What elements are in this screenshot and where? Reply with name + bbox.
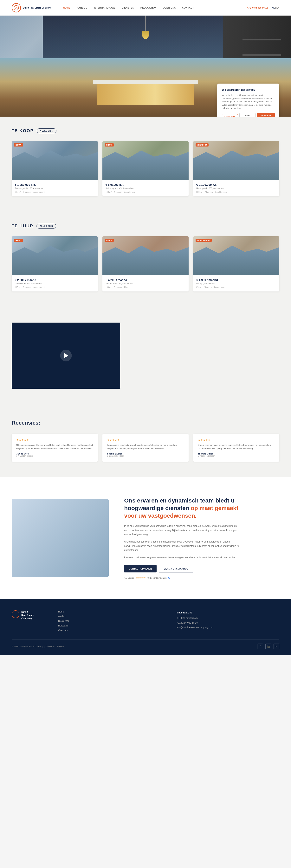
cookie-customize-button[interactable]: Customize: [222, 114, 238, 117]
footer-privacy-link[interactable]: Privacy: [57, 646, 64, 648]
koop-card-3: Verkocht € 2.100.000 k.k. Herengracht 20…: [193, 141, 279, 196]
huur-card-1-info: € 2.800 / maand Vondelstraat 88, Amsterd…: [12, 275, 98, 291]
logo[interactable]: Dutch Real Estate Company: [12, 3, 51, 12]
cookie-decline-button[interactable]: Alles afwijzen: [240, 113, 256, 117]
huur-card-2-badge: Nieuw: [105, 239, 114, 242]
video-play-button[interactable]: [60, 350, 72, 362]
about-buttons: CONTACT OPNEMEN BEKIJK ONS AANBOD: [124, 565, 241, 572]
te-koop-title: TE KOOP: [12, 128, 34, 133]
nav-diensten[interactable]: DIENSTEN: [122, 6, 134, 9]
about-image: [12, 499, 109, 577]
phone-link[interactable]: +31 (0)85 080 66 18: [247, 6, 268, 9]
nav-contact[interactable]: CONTACT: [182, 6, 194, 9]
koop-card-3-rooms: 7 kamers: [205, 191, 213, 193]
cookie-banner: Wij waarderen uw privacy We gebruiken co…: [217, 84, 279, 117]
koop-card-2-size: 140 m²: [106, 191, 112, 193]
koop-card-2-type: Appartement: [124, 191, 135, 193]
cookie-accept-button[interactable]: Accepteer alles: [257, 113, 275, 117]
reviews-title: Recensies:: [12, 420, 279, 426]
te-huur-title: TE HUUR: [12, 223, 33, 228]
huur-card-2-info: € 4.200 / maand Museumplein 12, Amsterda…: [102, 275, 189, 291]
contact-button[interactable]: CONTACT OPNEMEN: [124, 565, 156, 572]
koop-card-2: Nieuw € 875.000 k.k. Keizersgracht 45, A…: [102, 141, 189, 196]
huur-card-2-price: € 4.200 / maand: [106, 278, 185, 282]
footer-logo: DutchReal EstateCompany: [12, 610, 50, 632]
cookie-buttons: Customize Alles afwijzen Accepteer alles: [222, 113, 275, 117]
huur-card-1-size: 110 m²: [15, 286, 21, 288]
te-koop-all-button[interactable]: ALLES ZIEN: [37, 128, 57, 133]
google-logo: G: [168, 576, 170, 579]
aanbod-button[interactable]: BEKIJK ONS AANBOD: [159, 565, 193, 572]
footer-link-over-ons[interactable]: Over ons: [58, 629, 161, 632]
review-3-date: 2 maanden geleden: [198, 455, 275, 457]
koop-card-3-specs: 280 m² 7 kamers Grachtenpand: [196, 191, 276, 193]
footer-copyright: © 2023 Dutch Real Estate Company | Discl…: [12, 646, 64, 648]
koop-card-2-image: Nieuw: [102, 141, 189, 180]
footer-top: DutchReal EstateCompany Home Aanbod Disc…: [12, 610, 279, 640]
review-1-date: 3 maanden geleden: [16, 455, 93, 457]
review-1-stars: ★★★★★: [16, 438, 93, 441]
huur-card-2-address: Museumplein 12, Amsterdam: [106, 282, 185, 285]
footer-link-disclaimer[interactable]: Disclaimer: [58, 620, 161, 622]
huur-card-1-rooms: 3 kamers: [23, 286, 31, 288]
footer-link-aanbod[interactable]: Aanbod: [58, 615, 161, 618]
koop-card-1-address: Prinsengracht 123, Amsterdam: [15, 187, 95, 189]
huur-card-1: Nieuw € 2.800 / maand Vondelstraat 88, A…: [12, 236, 98, 291]
nav-over-ons[interactable]: OVER ONS: [163, 6, 176, 9]
te-huur-all-button[interactable]: ALLES ZIEN: [36, 224, 56, 228]
koop-card-3-badge: Verkocht: [195, 144, 209, 147]
review-card-1: ★★★★★ Uitstekende service! Het team van …: [12, 434, 98, 462]
building-illustration: [12, 244, 98, 275]
video-player[interactable]: [12, 322, 120, 389]
huur-card-3-price: € 1.950 / maand: [196, 278, 276, 282]
koop-card-2-specs: 140 m² 4 kamers Appartement: [106, 191, 185, 193]
lang-en[interactable]: EN: [277, 7, 279, 9]
huur-card-2-image: Nieuw: [102, 236, 189, 275]
footer-link-relocation[interactable]: Relocation: [58, 624, 161, 627]
hero-section: Wij waarderen uw privacy We gebruiken co…: [0, 16, 291, 117]
huur-card-2-rooms: 5 kamers: [114, 286, 122, 288]
building-illustration: [102, 149, 189, 180]
social-facebook[interactable]: f: [257, 644, 263, 649]
about-title: Ons ervaren en dynamisch team biedt u ho…: [124, 497, 241, 519]
review-2-author: Sophie Bakker: [107, 453, 184, 455]
lang-nl[interactable]: NL: [272, 7, 275, 9]
footer-link-home[interactable]: Home: [58, 610, 161, 613]
nav-home[interactable]: HOME: [63, 6, 70, 9]
logo-circle: [12, 3, 21, 12]
huur-card-3-type: Appartement: [214, 286, 225, 288]
huur-card-1-price: € 2.800 / maand: [15, 278, 95, 282]
reviews-section: Recensies: ★★★★★ Uitstekende service! He…: [0, 404, 291, 477]
huur-card-1-image: Nieuw: [12, 236, 98, 275]
social-instagram[interactable]: 📷: [265, 644, 271, 649]
review-1-text: Uitstekende service! Het team van Dutch …: [16, 443, 93, 450]
te-koop-grid: Nieuw € 1.250.000 k.k. Prinsengracht 123…: [12, 141, 279, 196]
huur-card-2-size: 180 m²: [106, 286, 112, 288]
te-huur-section: TE HUUR ALLES ZIEN Nieuw € 2.800 / maand…: [0, 212, 291, 307]
main-nav: HOME AANBOD INTERNATIONAAL DIENSTEN RELO…: [63, 6, 247, 9]
review-card-3: ★★★★☆ Goede communicatie en snelle react…: [193, 434, 279, 462]
footer-links: Home Aanbod Disclaimer Relocation Over o…: [58, 610, 161, 632]
footer-disclaimer-link[interactable]: Disclaimer: [46, 646, 55, 648]
social-linkedin[interactable]: in: [274, 644, 279, 649]
huur-card-2-type: Huis: [124, 286, 128, 288]
about-desc-3: Laat ons u helpen op weg naar een nieuw …: [124, 556, 241, 560]
lang-switch: NL | EN: [272, 7, 279, 9]
koop-card-1-size: 185 m²: [15, 191, 21, 193]
review-2-date: 5 maanden geleden: [107, 455, 184, 457]
koop-card-1: Nieuw € 1.250.000 k.k. Prinsengracht 123…: [12, 141, 98, 196]
koop-card-3-type: Grachtenpand: [215, 191, 227, 193]
cookie-text: We gebruiken cookies om uw surfervaring …: [222, 94, 275, 110]
koop-card-1-badge: Nieuw: [14, 144, 23, 147]
nav-internationaal[interactable]: INTERNATIONAAL: [94, 6, 115, 9]
koop-card-1-image: Nieuw: [12, 141, 98, 180]
huur-card-1-type: Appartement: [33, 286, 44, 288]
review-3-stars: ★★★★☆: [198, 438, 275, 441]
review-3-text: Goede communicatie en snelle reacties. H…: [198, 443, 275, 450]
nav-aanbod[interactable]: AANBOD: [77, 6, 87, 9]
review-2-text: Fantastische begeleiding van begin tot e…: [107, 443, 184, 450]
koop-card-2-info: € 875.000 k.k. Keizersgracht 45, Amsterd…: [102, 180, 189, 196]
koop-card-3-address: Herengracht 200, Amsterdam: [196, 187, 276, 189]
google-rating: 4.8 Scores ★★★★★ 48 beoordelingen op G: [124, 576, 241, 579]
nav-relocation[interactable]: RELOCATION: [141, 6, 156, 9]
